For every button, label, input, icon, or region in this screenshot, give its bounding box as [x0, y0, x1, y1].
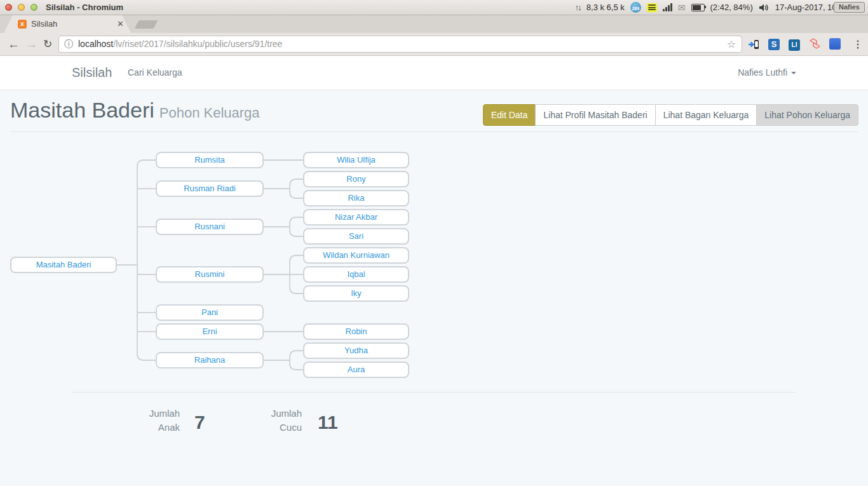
network-updown-icon[interactable]: ↑↓ — [575, 3, 581, 12]
tree-node-erni[interactable]: Erni — [156, 323, 264, 340]
window-controls — [5, 4, 37, 11]
s-extension-icon[interactable]: S — [768, 38, 780, 51]
stats-divider — [72, 392, 796, 393]
blue-extension-icon[interactable] — [829, 38, 841, 51]
tree-node-rusmini[interactable]: Rusmini — [156, 266, 264, 283]
tree-node-rika[interactable]: Rika — [303, 190, 409, 206]
tab-title: Silsilah — [31, 15, 57, 33]
battery-status: (2:42, 84%) — [710, 3, 753, 12]
browser-tab-silsilah[interactable]: X Silsilah ✕ — [4, 15, 131, 33]
desktop: Silsilah - Chromium ↑↓ 8,3 k 6,5 k 289 ✉… — [0, 0, 868, 486]
mail-indicator-icon[interactable]: ✉ — [678, 3, 686, 13]
tree-node-sari[interactable]: Sari — [303, 228, 409, 245]
tree-node-rumsita[interactable]: Rumsita — [156, 152, 264, 168]
desktop-user-badge: Nafies — [834, 2, 865, 13]
tab-close-icon[interactable]: ✕ — [117, 15, 124, 33]
indicator-badge-icon[interactable]: 289 — [630, 2, 641, 13]
view-profile-button[interactable]: Lihat Profil Masitah Baderi — [535, 104, 655, 126]
volume-icon[interactable] — [759, 3, 770, 12]
bookmark-star-icon[interactable]: ☆ — [727, 36, 736, 52]
stat-label-cucu: JumlahCucu — [226, 407, 302, 435]
forward-button[interactable]: → — [25, 33, 37, 55]
tree-node-pani[interactable]: Pani — [156, 304, 264, 321]
url-text[interactable]: localhost/lv/riset/2017/silsilahku/publi… — [78, 36, 282, 52]
system-panel: Silsilah - Chromium ↑↓ 8,3 k 6,5 k 289 ✉… — [0, 0, 868, 15]
stat-value-anak: 7 — [194, 412, 205, 433]
tree-node-aura[interactable]: Aura — [303, 361, 409, 378]
signal-strength-icon[interactable] — [663, 3, 672, 11]
tree-node-nizar-akbar[interactable]: Nizar Akbar — [303, 209, 409, 226]
battery-icon[interactable] — [691, 4, 705, 11]
tree-node-wildan-kurniawan[interactable]: Wildan Kurniawan — [303, 247, 409, 264]
stat-label-anak: JumlahAnak — [104, 407, 180, 435]
network-throughput: 8,3 k 6,5 k — [587, 3, 625, 12]
view-button-group: Edit Data Lihat Profil Masitah Baderi Li… — [483, 104, 858, 126]
laravel-extension-icon[interactable] — [808, 38, 821, 51]
page-content: Silsilah Cari Keluarga Nafies Luthfi Mas… — [0, 56, 868, 486]
tab-strip: X Silsilah ✕ — [0, 15, 868, 33]
tree-node-wilia-ulfija[interactable]: Wilia Ulfija — [303, 152, 409, 168]
stat-value-cucu: 11 — [318, 412, 338, 433]
browser-menu-icon[interactable]: ⋮ — [853, 33, 863, 55]
family-tree: RumsitaWilia UlfijaRusman RiadiRonyRikaR… — [0, 56, 445, 393]
caret-down-icon — [791, 72, 796, 74]
url-host: localhost — [78, 39, 113, 49]
url-path: /lv/riset/2017/silsilahku/public/users/9… — [113, 39, 282, 49]
window-maximize-button[interactable] — [31, 4, 37, 11]
list-indicator-icon[interactable] — [647, 3, 657, 12]
new-tab-button[interactable] — [135, 20, 158, 29]
window-close-button[interactable] — [5, 4, 12, 11]
li-extension-icon[interactable]: LI — [788, 38, 801, 51]
view-bagan-button[interactable]: Lihat Bagan Keluarga — [655, 104, 757, 126]
window-minimize-button[interactable] — [18, 4, 25, 11]
address-bar[interactable]: ⓘ localhost/lv/riset/2017/silsilahku/pub… — [58, 36, 742, 53]
tree-node-masitah-baderi[interactable]: Masitah Baderi — [10, 257, 117, 273]
reload-button[interactable]: ↻ — [43, 33, 52, 55]
tree-node-robin[interactable]: Robin — [303, 323, 409, 340]
view-pohon-button[interactable]: Lihat Pohon Keluarga — [756, 104, 858, 126]
tree-node-iky[interactable]: Iky — [303, 285, 409, 302]
back-button[interactable]: ← — [8, 33, 20, 55]
tree-node-rony[interactable]: Rony — [303, 171, 409, 187]
page-info-icon[interactable]: ⓘ — [64, 36, 73, 52]
tree-node-yudha[interactable]: Yudha — [303, 342, 409, 359]
tree-node-rusman-riadi[interactable]: Rusman Riadi — [156, 180, 264, 197]
tree-node-iqbal[interactable]: Iqbal — [303, 266, 409, 283]
browser-toolbar: ← → ↻ ⓘ localhost/lv/riset/2017/silsilah… — [0, 33, 868, 56]
user-dropdown-label: Nafies Luthfi — [738, 67, 787, 78]
tree-node-rusnani[interactable]: Rusnani — [156, 219, 264, 235]
system-tray: ↑↓ 8,3 k 6,5 k 289 ✉ (2:42, 84%) 17-Aug-… — [575, 1, 868, 13]
xampp-favicon-icon: X — [18, 20, 27, 29]
device-mode-extension-icon[interactable] — [747, 38, 760, 51]
window-title: Silsilah - Chromium — [46, 3, 123, 12]
tree-node-raihana[interactable]: Raihana — [156, 352, 264, 368]
user-dropdown[interactable]: Nafies Luthfi — [738, 56, 796, 90]
edit-data-button[interactable]: Edit Data — [483, 104, 536, 126]
